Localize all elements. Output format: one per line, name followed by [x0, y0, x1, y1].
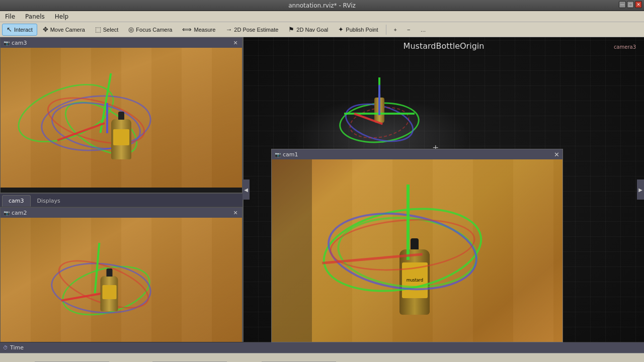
nav-icon: ⚑	[288, 26, 294, 33]
cam1-art: mustard	[272, 159, 562, 342]
toolbar-separator	[386, 25, 386, 35]
cam3-panel: 📷 cam3 ✕	[0, 37, 243, 193]
nav-goal-button[interactable]: ⚑ 2D Nav Goal	[284, 24, 333, 36]
tab-displays[interactable]: Displays	[31, 195, 67, 207]
move-camera-button[interactable]: ✥ Move Camera	[38, 24, 90, 36]
cam2-camera-icon: 📷	[4, 210, 10, 216]
cam1-label: cam1	[283, 151, 298, 158]
axis-blue	[106, 103, 108, 133]
tab-cam3[interactable]: cam3	[2, 195, 31, 207]
status-label: Time	[10, 344, 24, 351]
cam2-image	[1, 218, 242, 351]
cam2-header[interactable]: 📷 cam2 ✕	[1, 208, 242, 218]
point-icon: ✦	[338, 26, 344, 33]
right-panel: MustardBottleOrigin camera3 + 📷 cam1 ✕ m…	[244, 37, 644, 342]
focus-camera-button[interactable]: ◎ Focus Camera	[124, 24, 177, 36]
cam1-close-button[interactable]: ✕	[554, 151, 559, 158]
cam3-header[interactable]: 📷 cam3 ✕	[1, 38, 242, 48]
menu-help[interactable]: Help	[52, 12, 71, 21]
menubar: File Panels Help	[0, 11, 644, 22]
cam2-label: cam2	[12, 210, 27, 216]
timebar: ROS Time: ROS Elapsed: Wall Time: W... E…	[0, 353, 644, 362]
panel-tabs: cam3 Displays	[0, 193, 243, 207]
clock-icon: ⏱	[3, 345, 8, 350]
cam1-camera-icon: 📷	[275, 152, 281, 157]
toolbar-plus[interactable]: +	[389, 24, 401, 36]
collapse-right-button[interactable]: ▶	[637, 179, 644, 200]
cam1-image: mustard	[272, 159, 562, 342]
move-icon: ✥	[43, 26, 48, 33]
ruler-icon: ⟺	[182, 26, 192, 33]
cam3-image	[1, 48, 242, 188]
cam1-axis-green-v	[407, 185, 410, 260]
main-content: 📷 cam3 ✕	[0, 37, 644, 342]
minimize-button[interactable]: —	[619, 1, 626, 8]
3d-viewport-label: MustardBottleOrigin	[404, 41, 485, 51]
bottle-3d-object	[111, 119, 131, 159]
cam3-close-button[interactable]: ✕	[232, 39, 239, 46]
cam2-close-button[interactable]: ✕	[232, 209, 239, 216]
window-title: annotation.rviz* - RViz	[288, 2, 356, 9]
3d-axis-blue	[378, 85, 380, 115]
cam3-art	[1, 48, 242, 188]
menu-panels[interactable]: Panels	[22, 12, 48, 21]
cam3-label: cam3	[12, 40, 27, 46]
cam1-header[interactable]: 📷 cam1 ✕	[272, 149, 562, 159]
select-button[interactable]: ⬚ Select	[91, 24, 123, 36]
toolbar-extra[interactable]: …	[416, 24, 430, 36]
toolbar-minus[interactable]: −	[403, 24, 415, 36]
statusbar: ⏱ Time	[0, 342, 644, 353]
pose-estimate-button[interactable]: → 2D Pose Estimate	[221, 24, 283, 36]
pose-icon: →	[225, 26, 232, 33]
select-icon: ⬚	[95, 26, 101, 33]
interact-button[interactable]: ↖ Interact	[2, 24, 37, 36]
publish-point-button[interactable]: ✦ Publish Point	[334, 24, 382, 36]
menu-file[interactable]: File	[2, 12, 18, 21]
window-controls: — □ ✕	[619, 1, 642, 8]
maximize-button[interactable]: □	[627, 1, 634, 8]
camera3-label: camera3	[614, 44, 636, 50]
cam2-bottle	[101, 276, 118, 311]
titlebar: annotation.rviz* - RViz — □ ✕	[0, 0, 644, 11]
collapse-left-button[interactable]: ◀	[243, 179, 250, 200]
left-panel: 📷 cam3 ✕	[0, 37, 244, 342]
cam1-panel: 📷 cam1 ✕ mustard	[271, 149, 563, 342]
close-button[interactable]: ✕	[635, 1, 642, 8]
focus-icon: ◎	[128, 26, 134, 33]
cam2-art	[1, 218, 242, 351]
toolbar: ↖ Interact ✥ Move Camera ⬚ Select ◎ Focu…	[0, 22, 644, 37]
measure-button[interactable]: ⟺ Measure	[178, 24, 220, 36]
cam2-panel: 📷 cam2 ✕	[0, 207, 243, 342]
cam3-camera-icon: 📷	[4, 40, 10, 46]
cursor-icon: ↖	[7, 26, 12, 33]
